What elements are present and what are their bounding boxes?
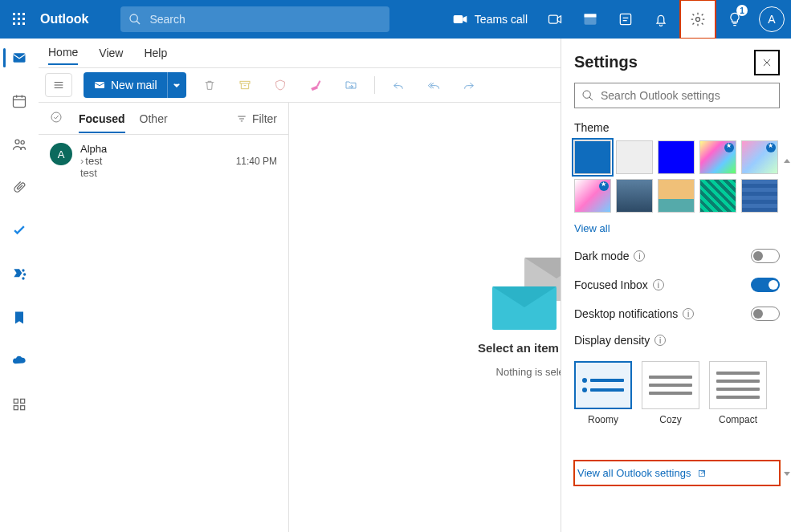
density-compact[interactable]: Compact <box>709 361 767 425</box>
svg-rect-8 <box>22 22 25 25</box>
note-icon[interactable] <box>610 0 642 39</box>
rail-todo-icon[interactable] <box>3 217 35 246</box>
svg-rect-12 <box>549 15 558 23</box>
svg-rect-2 <box>22 13 25 15</box>
rail-files-icon[interactable] <box>3 173 35 202</box>
rail-yammer-icon[interactable] <box>3 260 35 289</box>
rail-bookings-icon[interactable] <box>3 303 35 332</box>
density-roomy[interactable]: Roomy <box>574 361 632 425</box>
settings-scrollbar[interactable] <box>785 159 789 476</box>
app-launcher-icon[interactable] <box>6 6 32 32</box>
settings-gear-icon[interactable] <box>680 0 716 39</box>
rail-more-apps-icon[interactable] <box>3 390 35 419</box>
new-mail-chevron[interactable] <box>167 72 186 98</box>
settings-panel: Settings Theme View all Dark modei Focus… <box>561 39 791 532</box>
focused-inbox-label: Focused Inboxi <box>574 278 664 291</box>
svg-line-10 <box>137 21 140 24</box>
info-icon[interactable]: i <box>634 250 645 262</box>
svg-rect-27 <box>14 399 18 403</box>
bell-icon[interactable] <box>645 0 677 39</box>
settings-search[interactable] <box>574 83 780 108</box>
svg-rect-0 <box>13 13 15 15</box>
svg-rect-5 <box>22 18 25 20</box>
info-icon[interactable]: i <box>654 335 666 346</box>
dark-mode-toggle[interactable] <box>751 249 780 263</box>
tab-view[interactable]: View <box>99 42 123 64</box>
svg-rect-7 <box>18 22 20 25</box>
forward-icon[interactable] <box>457 73 481 97</box>
left-rail <box>0 39 39 532</box>
svg-rect-17 <box>14 53 26 63</box>
theme-swatch-mountain[interactable] <box>616 179 653 213</box>
report-icon[interactable] <box>268 73 292 97</box>
svg-rect-15 <box>620 14 630 24</box>
theme-swatch-unicorn[interactable] <box>574 179 611 213</box>
hamburger-icon[interactable] <box>45 73 72 97</box>
svg-point-25 <box>23 273 26 275</box>
my-day-icon[interactable] <box>574 0 606 39</box>
rail-people-icon[interactable] <box>3 130 35 159</box>
desktop-notifications-toggle[interactable] <box>751 307 780 321</box>
theme-swatch-beach[interactable] <box>658 179 695 213</box>
info-icon[interactable]: i <box>683 308 694 319</box>
theme-swatch-rainbow[interactable] <box>699 140 736 174</box>
archive-icon[interactable] <box>233 73 257 97</box>
svg-rect-14 <box>585 14 597 17</box>
sender-avatar: A <box>50 143 72 165</box>
focused-tab[interactable]: Focused <box>79 112 125 133</box>
svg-line-44 <box>589 97 593 100</box>
density-cozy[interactable]: Cozy <box>642 361 699 425</box>
tab-home[interactable]: Home <box>48 41 78 65</box>
rail-calendar-icon[interactable] <box>3 87 35 116</box>
account-avatar[interactable]: A <box>759 6 785 32</box>
sender-name: Alpha <box>80 143 277 155</box>
svg-rect-1 <box>18 13 20 15</box>
info-icon[interactable]: i <box>653 279 664 290</box>
filter-label: Filter <box>252 112 277 125</box>
rail-mail-icon[interactable] <box>3 43 35 72</box>
svg-point-23 <box>21 140 24 144</box>
rail-onedrive-icon[interactable] <box>3 347 35 376</box>
svg-rect-3 <box>13 18 15 20</box>
global-search[interactable] <box>120 6 389 32</box>
message-preview: test <box>80 167 277 179</box>
global-search-input[interactable] <box>149 13 381 26</box>
theme-swatch-blue[interactable] <box>658 140 695 174</box>
delete-icon[interactable] <box>198 73 222 97</box>
tips-badge: 1 <box>736 5 748 16</box>
display-density-label: Display densityi <box>574 334 780 347</box>
svg-point-9 <box>130 14 137 22</box>
select-all-checkbox[interactable] <box>50 111 64 126</box>
theme-swatch-light[interactable] <box>616 140 653 174</box>
other-tab[interactable]: Other <box>140 112 168 125</box>
svg-point-22 <box>15 140 19 144</box>
theme-swatch-default[interactable] <box>574 140 611 174</box>
svg-rect-35 <box>240 81 250 83</box>
reply-icon[interactable] <box>386 73 410 97</box>
sweep-icon[interactable] <box>304 73 328 97</box>
svg-rect-29 <box>14 406 18 410</box>
top-bar: Outlook Teams call 1 A <box>0 0 791 39</box>
theme-swatch-circuit[interactable] <box>699 179 736 213</box>
new-mail-button[interactable]: New mail <box>84 72 186 98</box>
reply-all-icon[interactable] <box>422 73 446 97</box>
theme-swatch-ribbon[interactable] <box>741 140 778 174</box>
tab-help[interactable]: Help <box>144 42 167 64</box>
tips-icon[interactable]: 1 <box>719 0 751 39</box>
message-item[interactable]: A Alpha ›test 11:40 PM test <box>39 135 288 187</box>
move-to-icon[interactable] <box>339 73 363 97</box>
theme-swatch-blueprint[interactable] <box>741 179 778 213</box>
view-all-themes-link[interactable]: View all <box>574 222 780 234</box>
close-settings-button[interactable] <box>754 50 780 75</box>
svg-rect-11 <box>454 15 463 23</box>
svg-point-43 <box>583 91 590 98</box>
filter-button[interactable]: Filter <box>236 112 277 125</box>
theme-label: Theme <box>574 121 780 134</box>
focused-inbox-toggle[interactable] <box>751 278 780 292</box>
view-all-outlook-settings-link[interactable]: View all Outlook settings <box>574 461 780 485</box>
svg-rect-28 <box>21 399 25 403</box>
teams-call-button[interactable]: Teams call <box>444 0 536 39</box>
meet-now-icon[interactable] <box>539 0 571 39</box>
message-list: Focused Other Filter A Alpha ›test 11:40… <box>39 103 289 532</box>
settings-search-input[interactable] <box>601 89 773 102</box>
